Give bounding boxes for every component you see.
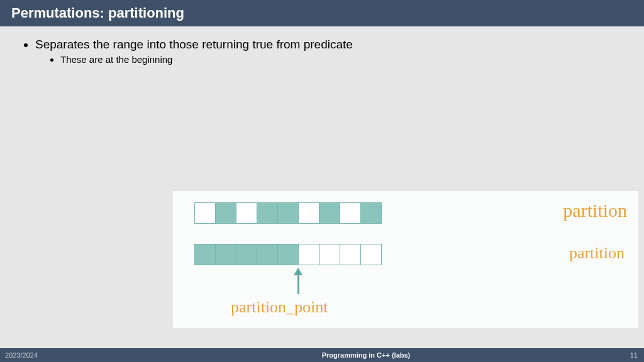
array-cell [236, 244, 257, 265]
footer-course: Programming in C++ (labs) [126, 351, 606, 359]
array-row-before [194, 202, 381, 224]
array-cell [257, 202, 278, 224]
array-cell [360, 202, 382, 224]
array-cell [319, 244, 340, 265]
slide: Permutations: partitioning Separates the… [0, 0, 644, 362]
array-cell [236, 202, 257, 224]
bullet-level2: These are at the beginning [60, 54, 625, 65]
array-cell [215, 244, 236, 265]
array-cell [340, 202, 361, 224]
arrow-line-icon [297, 275, 299, 294]
bullet-text: Separates the range into those returning… [35, 38, 353, 51]
array-cell [319, 202, 340, 224]
bullet-text: These are at the beginning [60, 54, 172, 65]
array-cell [257, 244, 278, 265]
label-partition-top: partition [563, 200, 627, 221]
arrow-partition-point [294, 268, 303, 294]
slide-title-bar: Permutations: partitioning [0, 0, 644, 26]
array-cell [194, 244, 216, 265]
bullet-level1: Separates the range into those returning… [35, 38, 625, 65]
slide-footer: 2023/2024 Programming in C++ (labs) 11 [0, 348, 644, 362]
array-cell [277, 244, 299, 265]
array-cell [340, 244, 361, 265]
slide-body: Separates the range into those returning… [0, 26, 644, 65]
label-partition-point: partition_point [231, 298, 328, 317]
footer-page-number: 11 [606, 351, 644, 359]
diagram-panel: partition partition partition_point [173, 191, 638, 328]
arrow-head-icon [294, 268, 303, 275]
array-cell [298, 244, 319, 265]
array-cell [360, 244, 382, 265]
array-cell [298, 202, 319, 224]
slide-title: Permutations: partitioning [11, 5, 184, 21]
label-partition-bottom: partition [569, 244, 625, 263]
footer-year: 2023/2024 [0, 351, 126, 359]
array-cell [215, 202, 236, 224]
array-cell [194, 202, 216, 224]
array-row-after [194, 244, 381, 265]
array-cell [277, 202, 299, 224]
